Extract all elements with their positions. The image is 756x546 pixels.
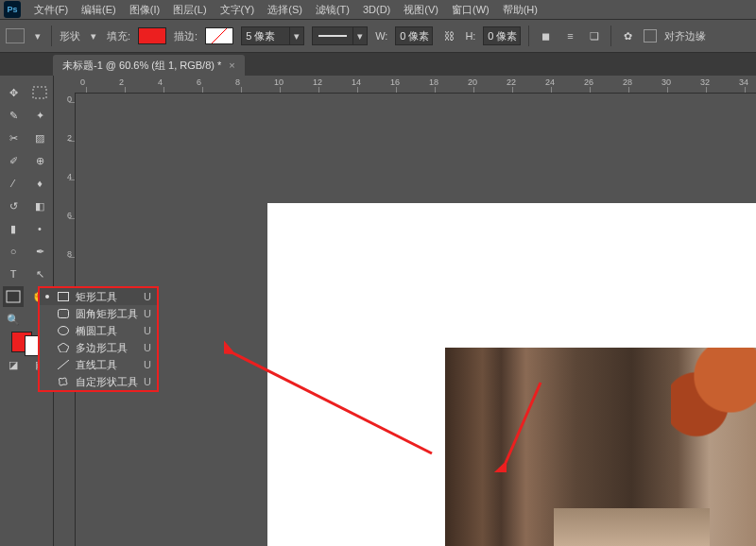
menu-edit[interactable]: 编辑(E): [76, 1, 122, 19]
menu-bar: Ps 文件(F) 编辑(E) 图像(I) 图层(L) 文字(Y) 选择(S) 滤…: [0, 0, 756, 20]
svg-rect-1: [7, 291, 20, 302]
flyout-line-tool[interactable]: 直线工具 U: [40, 356, 157, 373]
options-bar: ▾ 形状 ▾ 填充: 描边: 5 像素 ▾ ▾ W: 0 像素 ⛓ H: 0 像…: [0, 20, 756, 53]
rounded-rect-icon: [57, 309, 70, 318]
shape-tool-flyout: 矩形工具 U 圆角矩形工具 U 椭圆工具 U 多边形工具 U 直线工具 U: [38, 286, 159, 392]
polygon-icon: [57, 343, 70, 352]
shape-mode-select[interactable]: 形状: [60, 29, 80, 43]
zoom-tool-icon[interactable]: 🔍: [3, 309, 24, 330]
menu-file[interactable]: 文件(F): [28, 1, 74, 19]
flyout-item-shortcut: U: [144, 308, 151, 319]
menu-window[interactable]: 窗口(W): [446, 1, 495, 19]
flyout-item-shortcut: U: [144, 291, 151, 302]
flyout-item-label: 多边形工具: [76, 341, 138, 355]
flyout-item-label: 矩形工具: [76, 290, 138, 304]
flyout-item-shortcut: U: [144, 359, 151, 370]
placed-image: [445, 348, 756, 546]
line-icon: [57, 360, 70, 369]
flyout-item-label: 直线工具: [76, 358, 138, 372]
stroke-label: 描边:: [174, 29, 198, 43]
document-tab[interactable]: 未标题-1 @ 60.6% (组 1, RGB/8) * ×: [53, 55, 245, 76]
flyout-item-shortcut: U: [144, 325, 151, 336]
eraser-tool-icon[interactable]: ◧: [29, 196, 50, 216]
menu-help[interactable]: 帮助(H): [497, 1, 543, 19]
tool-preset-dropdown[interactable]: ▾: [32, 30, 43, 43]
dodge-tool-icon[interactable]: ○: [3, 241, 24, 262]
document-tab-strip: 未标题-1 @ 60.6% (组 1, RGB/8) * ×: [0, 53, 756, 77]
svg-line-10: [58, 360, 69, 369]
separator: [528, 26, 529, 46]
canvas-area[interactable]: 0246810121416182022242628303234 02468101…: [54, 76, 756, 546]
svg-marker-9: [58, 343, 69, 352]
menu-layer[interactable]: 图层(L): [167, 1, 212, 19]
blur-tool-icon[interactable]: •: [29, 218, 50, 239]
flyout-rounded-rectangle-tool[interactable]: 圆角矩形工具 U: [40, 305, 157, 322]
type-tool-icon[interactable]: T: [3, 264, 24, 284]
menu-select[interactable]: 选择(S): [262, 1, 308, 19]
flyout-polygon-tool[interactable]: 多边形工具 U: [40, 339, 157, 356]
path-select-tool-icon[interactable]: ↖: [29, 264, 50, 284]
document-canvas[interactable]: [267, 203, 756, 546]
healing-tool-icon[interactable]: ⊕: [29, 150, 50, 171]
align-edges-checkbox[interactable]: [644, 29, 657, 43]
document-tab-title: 未标题-1 @ 60.6% (组 1, RGB/8) *: [62, 59, 221, 73]
stroke-width-field[interactable]: 5 像素: [241, 26, 290, 45]
svg-rect-6: [59, 293, 69, 301]
path-arrange-icon[interactable]: ❏: [586, 27, 603, 44]
width-field[interactable]: 0 像素: [395, 26, 433, 45]
custom-shape-icon: [57, 377, 70, 386]
quickmask-icon[interactable]: ◪: [3, 354, 24, 375]
current-tool-indicator: [45, 295, 49, 299]
flyout-item-label: 椭圆工具: [76, 324, 138, 338]
menu-image[interactable]: 图像(I): [124, 1, 165, 19]
stroke-style-dropdown[interactable]: ▾: [353, 26, 368, 45]
flyout-rectangle-tool[interactable]: 矩形工具 U: [40, 288, 157, 305]
slice-tool-icon[interactable]: ▨: [29, 128, 50, 148]
horizontal-ruler: 0246810121416182022242628303234: [75, 76, 756, 94]
clone-tool-icon[interactable]: ♦: [29, 173, 50, 194]
gradient-tool-icon[interactable]: ▮: [3, 218, 24, 239]
path-ops-icon[interactable]: ◼: [537, 27, 554, 44]
history-brush-tool-icon[interactable]: ↺: [3, 196, 24, 216]
height-label: H:: [465, 30, 475, 42]
close-tab-icon[interactable]: ×: [229, 60, 234, 71]
link-wh-icon[interactable]: ⛓: [440, 27, 457, 44]
svg-rect-7: [59, 310, 69, 318]
magic-wand-tool-icon[interactable]: ✦: [29, 105, 50, 126]
crop-tool-icon[interactable]: ✂: [3, 128, 24, 148]
width-label: W:: [375, 30, 387, 42]
image-detail: [671, 348, 756, 442]
path-align-icon[interactable]: ≡: [561, 27, 578, 44]
stroke-style-select[interactable]: [312, 26, 353, 45]
marquee-tool-icon[interactable]: [29, 82, 50, 103]
svg-rect-0: [33, 87, 46, 98]
menu-3d[interactable]: 3D(D): [357, 2, 396, 17]
flyout-custom-shape-tool[interactable]: 自定形状工具 U: [40, 373, 157, 390]
svg-point-8: [59, 327, 69, 335]
eyedropper-tool-icon[interactable]: ✐: [3, 150, 24, 171]
fill-color-swatch[interactable]: [138, 27, 166, 44]
pen-tool-icon[interactable]: ✒: [29, 241, 50, 262]
gear-icon[interactable]: ✿: [619, 27, 636, 44]
separator: [51, 26, 52, 46]
app-logo: Ps: [4, 1, 21, 18]
rectangle-tool-icon[interactable]: [3, 286, 24, 307]
flyout-item-shortcut: U: [144, 376, 151, 387]
flyout-ellipse-tool[interactable]: 椭圆工具 U: [40, 322, 157, 339]
menu-view[interactable]: 视图(V): [398, 1, 444, 19]
move-tool-icon[interactable]: ✥: [3, 82, 24, 103]
tool-preset-icon[interactable]: [6, 28, 25, 43]
lasso-tool-icon[interactable]: ✎: [3, 105, 24, 126]
menu-filter[interactable]: 滤镜(T): [310, 1, 355, 19]
brush-tool-icon[interactable]: ∕: [3, 173, 24, 194]
separator: [610, 26, 611, 46]
stroke-width-dropdown[interactable]: ▾: [290, 26, 304, 45]
stroke-color-swatch[interactable]: [205, 27, 233, 44]
fill-label: 填充:: [107, 29, 130, 43]
image-detail: [554, 508, 710, 546]
menu-type[interactable]: 文字(Y): [215, 1, 261, 19]
shape-mode-dropdown[interactable]: ▾: [88, 30, 99, 43]
rect-icon: [57, 292, 70, 301]
height-field[interactable]: 0 像素: [483, 26, 521, 45]
ellipse-icon: [57, 326, 70, 335]
